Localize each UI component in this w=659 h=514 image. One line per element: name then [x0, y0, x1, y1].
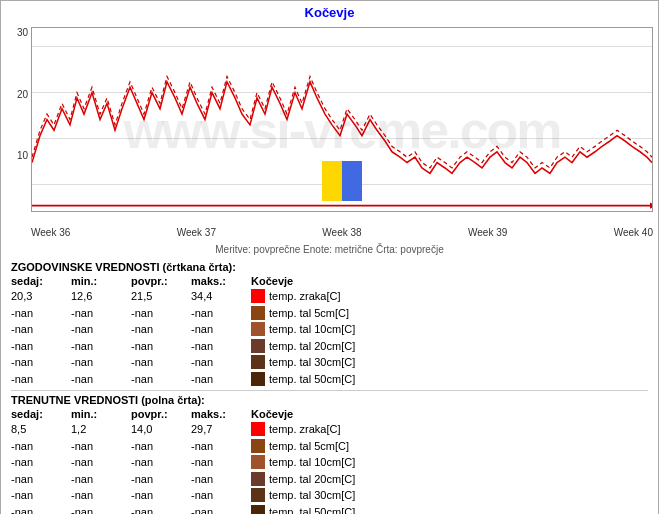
- cell-maks: -nan: [191, 321, 251, 338]
- table-row: -nan -nan -nan -nan temp. tal 10cm[C]: [11, 454, 648, 471]
- curr-col-povpr: povpr.:: [131, 408, 191, 420]
- color-indicator: [251, 289, 265, 303]
- cell-povpr: -nan: [131, 305, 191, 322]
- color-indicator: [251, 472, 265, 486]
- cell-min: -nan: [71, 438, 131, 455]
- cell-sedaj: -nan: [11, 438, 71, 455]
- cell-sedaj: -nan: [11, 338, 71, 355]
- cell-min: -nan: [71, 471, 131, 488]
- hist-col-sedaj: sedaj:: [11, 275, 71, 287]
- cell-min: -nan: [71, 371, 131, 388]
- cell-station: temp. tal 30cm[C]: [251, 487, 648, 504]
- cell-povpr: -nan: [131, 438, 191, 455]
- cell-sedaj: -nan: [11, 487, 71, 504]
- table-row: -nan -nan -nan -nan temp. tal 5cm[C]: [11, 305, 648, 322]
- table-row: -nan -nan -nan -nan temp. tal 50cm[C]: [11, 371, 648, 388]
- chart-wrapper: 30 20 10 www.si-vreme.com: [1, 22, 658, 242]
- color-indicator: [251, 488, 265, 502]
- cell-maks: -nan: [191, 471, 251, 488]
- table-row: -nan -nan -nan -nan temp. tal 30cm[C]: [11, 354, 648, 371]
- cell-maks: -nan: [191, 371, 251, 388]
- cell-sedaj: -nan: [11, 454, 71, 471]
- section-divider: [11, 390, 648, 391]
- current-col-headers: sedaj: min.: povpr.: maks.: Kočevje: [11, 408, 648, 420]
- hist-col-min: min.:: [71, 275, 131, 287]
- color-indicator: [251, 422, 265, 436]
- hist-col-station: Kočevje: [251, 275, 648, 287]
- cell-povpr: -nan: [131, 338, 191, 355]
- cell-min: -nan: [71, 354, 131, 371]
- cell-povpr: -nan: [131, 354, 191, 371]
- cell-sedaj: 20,3: [11, 288, 71, 305]
- chart-decoration: [322, 161, 362, 201]
- cell-station: temp. tal 5cm[C]: [251, 305, 648, 322]
- cell-label: temp. tal 50cm[C]: [269, 371, 355, 388]
- cell-maks: -nan: [191, 338, 251, 355]
- table-row: 20,3 12,6 21,5 34,4 temp. zraka[C]: [11, 288, 648, 305]
- legend-text: Meritve: povprečne Enote: metrične Črta:…: [215, 244, 443, 255]
- cell-povpr: 14,0: [131, 421, 191, 438]
- cell-povpr: -nan: [131, 487, 191, 504]
- table-row: -nan -nan -nan -nan temp. tal 10cm[C]: [11, 321, 648, 338]
- y-label-10: 10: [17, 150, 28, 161]
- hist-col-maks: maks.:: [191, 275, 251, 287]
- cell-min: -nan: [71, 487, 131, 504]
- cell-min: 12,6: [71, 288, 131, 305]
- cell-sedaj: -nan: [11, 504, 71, 515]
- cell-min: -nan: [71, 321, 131, 338]
- svg-marker-1: [650, 202, 652, 208]
- color-indicator: [251, 505, 265, 514]
- cell-label: temp. tal 10cm[C]: [269, 454, 355, 471]
- cell-min: -nan: [71, 305, 131, 322]
- cell-station: temp. zraka[C]: [251, 421, 648, 438]
- table-row: -nan -nan -nan -nan temp. tal 20cm[C]: [11, 338, 648, 355]
- curr-col-maks: maks.:: [191, 408, 251, 420]
- cell-maks: -nan: [191, 487, 251, 504]
- x-label-week40: Week 40: [614, 227, 653, 238]
- x-label-week39: Week 39: [468, 227, 507, 238]
- cell-station: temp. tal 10cm[C]: [251, 454, 648, 471]
- color-indicator: [251, 306, 265, 320]
- cell-label: temp. tal 20cm[C]: [269, 338, 355, 355]
- main-container: Kočevje 30 20 10 www.si-vreme.com: [0, 0, 659, 514]
- cell-povpr: -nan: [131, 371, 191, 388]
- cell-label: temp. tal 10cm[C]: [269, 321, 355, 338]
- color-indicator: [251, 339, 265, 353]
- y-label-30: 30: [17, 27, 28, 38]
- x-axis-labels: Week 36 Week 37 Week 38 Week 39 Week 40: [31, 227, 653, 238]
- cell-label: temp. tal 5cm[C]: [269, 438, 349, 455]
- curr-col-sedaj: sedaj:: [11, 408, 71, 420]
- chart-inner: www.si-vreme.com: [31, 27, 653, 212]
- table-row: -nan -nan -nan -nan temp. tal 30cm[C]: [11, 487, 648, 504]
- cell-povpr: -nan: [131, 321, 191, 338]
- cell-povpr: -nan: [131, 504, 191, 515]
- cell-sedaj: 8,5: [11, 421, 71, 438]
- decoration-blue: [342, 161, 362, 201]
- cell-label: temp. tal 5cm[C]: [269, 305, 349, 322]
- curr-col-station: Kočevje: [251, 408, 648, 420]
- cell-station: temp. tal 20cm[C]: [251, 338, 648, 355]
- current-rows: 8,5 1,2 14,0 29,7 temp. zraka[C] -nan -n…: [11, 421, 648, 514]
- cell-min: 1,2: [71, 421, 131, 438]
- cell-maks: 34,4: [191, 288, 251, 305]
- cell-min: -nan: [71, 338, 131, 355]
- cell-maks: -nan: [191, 504, 251, 515]
- y-axis: 30 20 10: [1, 27, 31, 212]
- cell-sedaj: -nan: [11, 471, 71, 488]
- cell-povpr: 21,5: [131, 288, 191, 305]
- color-indicator: [251, 439, 265, 453]
- cell-maks: -nan: [191, 438, 251, 455]
- color-indicator: [251, 322, 265, 336]
- cell-maks: -nan: [191, 305, 251, 322]
- color-indicator: [251, 455, 265, 469]
- cell-sedaj: -nan: [11, 305, 71, 322]
- current-header: TRENUTNE VREDNOSTI (polna črta):: [11, 394, 648, 406]
- cell-label: temp. zraka[C]: [269, 288, 341, 305]
- data-section: ZGODOVINSKE VREDNOSTI (črtkana črta): se…: [1, 257, 658, 514]
- decoration-yellow: [322, 161, 342, 201]
- table-row: -nan -nan -nan -nan temp. tal 50cm[C]: [11, 504, 648, 515]
- legend-row: Meritve: povprečne Enote: metrične Črta:…: [1, 242, 658, 257]
- x-label-week37: Week 37: [177, 227, 216, 238]
- cell-label: temp. tal 20cm[C]: [269, 471, 355, 488]
- chart-title: Kočevje: [1, 1, 658, 22]
